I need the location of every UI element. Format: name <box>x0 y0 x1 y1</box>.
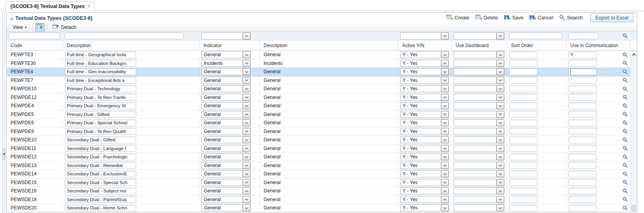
description-input[interactable]: Primary Dual - Te Reo Tranfe <box>65 94 136 101</box>
chevron-down-icon[interactable] <box>441 136 449 143</box>
active-yn-select[interactable]: Y - Yes <box>400 170 449 177</box>
chevron-down-icon[interactable] <box>496 77 504 84</box>
sort-order-input[interactable] <box>509 179 538 186</box>
use-in-communication-input[interactable] <box>568 171 597 177</box>
description-input[interactable]: Secondary Dual - Language f <box>65 145 136 152</box>
column-header-use-dashboard[interactable]: Use Dashboard <box>452 40 507 50</box>
use-in-communication-input[interactable] <box>568 94 597 101</box>
chevron-down-icon[interactable] <box>441 170 449 177</box>
use-in-communication-input[interactable] <box>568 77 597 84</box>
use-in-communication-input[interactable] <box>568 68 597 75</box>
active-yn-select[interactable]: Y - Yes <box>400 128 449 135</box>
table-row[interactable]: PEWPDE12 Primary Dual - Te Reo Tranfe Ge… <box>7 93 630 102</box>
table-row[interactable]: PEWFTE4 Full time - Geo Inaccessibility … <box>7 68 630 76</box>
indicator-select[interactable]: General <box>201 153 251 160</box>
splitter-collapse-button[interactable] <box>2 148 6 160</box>
indicator-select[interactable]: General <box>201 136 251 143</box>
active-yn-select[interactable]: Y - Yes <box>400 94 449 101</box>
sort-order-input[interactable] <box>509 154 538 160</box>
chevron-down-icon[interactable] <box>496 179 504 186</box>
use-dashboard-select[interactable] <box>454 60 504 67</box>
active-yn-select[interactable]: Y - Yes <box>400 119 449 126</box>
active-yn-select[interactable]: Y - Yes <box>400 196 449 203</box>
description-input[interactable]: Secondary Dual - Gifted <box>65 137 136 143</box>
use-in-communication-input[interactable] <box>568 86 597 92</box>
indicator-select[interactable]: General <box>201 128 251 135</box>
chevron-down-icon[interactable] <box>243 32 251 40</box>
lookup-magnifier-icon[interactable] <box>622 120 628 126</box>
chevron-down-icon[interactable] <box>441 187 449 194</box>
chevron-down-icon[interactable] <box>441 102 449 109</box>
chevron-down-icon[interactable] <box>496 187 504 194</box>
chevron-down-icon[interactable] <box>243 153 251 160</box>
description-input[interactable]: Full time - Exceptional Arts a <box>65 77 136 84</box>
export-to-excel-button[interactable]: Export to Excel <box>590 13 634 22</box>
table-row[interactable]: PEWFTE30 Full time - Education Backgro I… <box>7 59 630 68</box>
description-input[interactable]: Secondary Dual - Special Sch <box>65 179 136 186</box>
active-yn-select[interactable]: Y - Yes <box>400 77 449 84</box>
use-dashboard-select[interactable] <box>454 136 504 143</box>
use-in-communication-input[interactable] <box>568 128 597 135</box>
description-filter-input[interactable] <box>65 32 184 39</box>
indicator-select[interactable]: General <box>201 145 251 152</box>
sort-order-input[interactable] <box>509 94 538 101</box>
lookup-magnifier-icon[interactable] <box>622 52 628 58</box>
column-header-sort-order[interactable]: Sort Order <box>507 40 566 50</box>
use-in-communication-input[interactable] <box>568 120 597 126</box>
chevron-down-icon[interactable] <box>441 32 449 40</box>
table-row[interactable]: PEWPDE9 Primary Dual - Te Reo Qualifi Ge… <box>7 127 630 136</box>
table-row[interactable]: PEWSDE16 Secondary Dual - Subject not Ge… <box>7 187 630 196</box>
description-input[interactable]: Full time - Education Backgro <box>65 60 136 67</box>
chevron-down-icon[interactable] <box>496 85 504 92</box>
use-dashboard-select[interactable] <box>454 187 504 194</box>
chevron-down-icon[interactable] <box>243 162 251 169</box>
description-input[interactable]: Full time - Geographical Isola <box>65 51 136 58</box>
code-filter-input[interactable] <box>9 32 60 39</box>
chevron-down-icon[interactable] <box>441 85 449 92</box>
chevron-down-icon[interactable] <box>441 51 449 58</box>
create-button[interactable]: Create <box>446 14 469 22</box>
sort-order-input[interactable] <box>509 162 538 169</box>
table-row[interactable]: PEWPDE6 Primary Dual - Special School Ge… <box>7 119 630 127</box>
column-header-code[interactable]: Code <box>7 40 63 50</box>
indicator-select[interactable]: General <box>201 179 251 186</box>
lookup-magnifier-icon[interactable] <box>622 162 628 168</box>
sort-order-input[interactable] <box>509 51 538 58</box>
chevron-down-icon[interactable] <box>243 94 251 101</box>
chevron-down-icon[interactable] <box>243 85 251 92</box>
description-input[interactable]: Secondary Dual - Subject not <box>65 188 136 194</box>
sort-order-input[interactable] <box>509 60 538 67</box>
active-yn-filter-select[interactable] <box>400 32 449 40</box>
use-in-communication-input[interactable] <box>568 137 597 143</box>
use-in-communication-input[interactable] <box>568 103 597 109</box>
use-in-communication-input[interactable] <box>568 162 597 169</box>
chevron-down-icon[interactable] <box>441 111 449 118</box>
disclosure-triangle-icon[interactable]: ◢ <box>10 16 13 20</box>
sort-order-input[interactable] <box>509 205 538 211</box>
use-dashboard-select[interactable] <box>454 153 504 160</box>
lookup-magnifier-icon[interactable] <box>622 94 628 100</box>
table-row[interactable]: PEWSDE20 Secondary Dual - Home Scho Gene… <box>7 204 630 213</box>
scrollbar-thumb[interactable] <box>631 205 636 212</box>
lookup-magnifier-icon[interactable] <box>622 128 628 134</box>
chevron-down-icon[interactable] <box>496 145 504 152</box>
use-dashboard-select[interactable] <box>454 51 504 58</box>
indicator-select[interactable]: General <box>201 94 251 101</box>
chevron-down-icon[interactable] <box>243 145 251 152</box>
chevron-down-icon[interactable] <box>496 102 504 109</box>
description-input[interactable]: Secondary Dual - Psychologic <box>65 154 136 160</box>
use-dashboard-select[interactable] <box>454 68 504 75</box>
column-header-description-2[interactable]: Description <box>260 40 398 50</box>
chevron-down-icon[interactable] <box>243 187 251 194</box>
active-yn-select[interactable]: Y - Yes <box>400 51 449 58</box>
use-dashboard-select[interactable] <box>454 196 504 203</box>
active-yn-select[interactable]: Y - Yes <box>400 111 449 118</box>
active-yn-select[interactable]: Y - Yes <box>400 85 449 92</box>
use-dashboard-select[interactable] <box>454 170 504 177</box>
indicator-select[interactable]: General <box>201 111 251 118</box>
use-dashboard-select[interactable] <box>454 179 504 186</box>
column-header-active-yn[interactable]: Active Y/N <box>398 40 452 50</box>
chevron-down-icon[interactable] <box>243 179 251 186</box>
chevron-down-icon[interactable] <box>243 51 251 58</box>
description-input[interactable]: Primary Dual - Te Reo Qualifi <box>65 128 136 135</box>
